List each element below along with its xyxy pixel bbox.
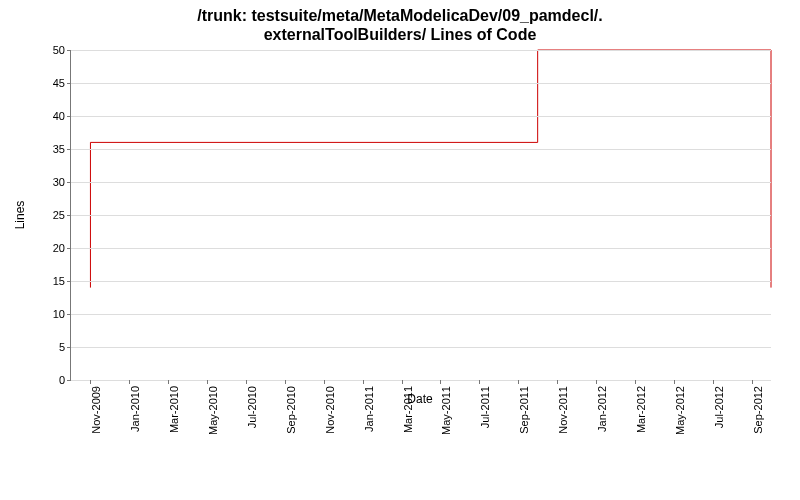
x-tick-mark <box>363 380 364 384</box>
gridline <box>71 248 771 249</box>
y-tick-mark <box>67 182 71 183</box>
x-tick-label: May-2011 <box>440 386 452 435</box>
x-tick-label: Nov-2010 <box>324 386 336 434</box>
gridline <box>71 149 771 150</box>
x-tick-mark <box>752 380 753 384</box>
gridline <box>71 314 771 315</box>
title-line-2: externalToolBuilders/ Lines of Code <box>264 26 537 43</box>
gridline <box>71 347 771 348</box>
x-tick-label: May-2012 <box>674 386 686 435</box>
gridline <box>71 83 771 84</box>
chart-title: /trunk: testsuite/meta/MetaModelicaDev/0… <box>0 6 800 44</box>
x-tick-label: Jul-2010 <box>246 386 258 428</box>
x-tick-label: Mar-2011 <box>402 386 414 433</box>
x-tick-label: Jul-2012 <box>713 386 725 428</box>
y-tick-label: 20 <box>53 242 65 254</box>
x-tick-mark <box>168 380 169 384</box>
y-tick-label: 50 <box>53 44 65 56</box>
plot-area: 05101520253035404550Nov-2009Jan-2010Mar-… <box>70 50 771 381</box>
x-tick-mark <box>674 380 675 384</box>
x-tick-label: Nov-2011 <box>557 386 569 434</box>
gridline <box>71 380 771 381</box>
y-tick-mark <box>67 380 71 381</box>
y-tick-mark <box>67 248 71 249</box>
y-tick-label: 35 <box>53 143 65 155</box>
gridline <box>71 182 771 183</box>
y-tick-label: 0 <box>59 374 65 386</box>
x-tick-mark <box>596 380 597 384</box>
x-tick-mark <box>246 380 247 384</box>
y-tick-mark <box>67 149 71 150</box>
x-tick-mark <box>402 380 403 384</box>
x-tick-mark <box>90 380 91 384</box>
x-tick-mark <box>479 380 480 384</box>
y-tick-label: 45 <box>53 77 65 89</box>
x-tick-label: Sep-2012 <box>752 386 764 434</box>
y-tick-mark <box>67 50 71 51</box>
x-tick-mark <box>635 380 636 384</box>
x-tick-mark <box>285 380 286 384</box>
y-tick-label: 15 <box>53 275 65 287</box>
x-tick-label: Jan-2011 <box>363 386 375 432</box>
y-tick-label: 40 <box>53 110 65 122</box>
x-tick-label: Sep-2011 <box>518 386 530 434</box>
y-tick-mark <box>67 83 71 84</box>
x-tick-mark <box>557 380 558 384</box>
x-tick-label: Jan-2010 <box>129 386 141 432</box>
gridline <box>71 215 771 216</box>
x-tick-mark <box>207 380 208 384</box>
y-tick-mark <box>67 314 71 315</box>
y-tick-label: 10 <box>53 308 65 320</box>
y-axis-label: Lines <box>13 201 27 230</box>
x-tick-label: Sep-2010 <box>285 386 297 434</box>
y-tick-mark <box>67 116 71 117</box>
x-tick-mark <box>324 380 325 384</box>
chart-container: /trunk: testsuite/meta/MetaModelicaDev/0… <box>0 0 800 500</box>
x-tick-mark <box>440 380 441 384</box>
y-tick-label: 25 <box>53 209 65 221</box>
x-tick-label: May-2010 <box>207 386 219 435</box>
x-tick-mark <box>129 380 130 384</box>
x-tick-mark <box>713 380 714 384</box>
x-tick-label: Mar-2010 <box>168 386 180 433</box>
gridline <box>71 50 771 51</box>
x-tick-label: Jan-2012 <box>596 386 608 432</box>
data-line <box>90 50 771 288</box>
title-line-1: /trunk: testsuite/meta/MetaModelicaDev/0… <box>197 7 602 24</box>
y-tick-mark <box>67 347 71 348</box>
y-tick-label: 5 <box>59 341 65 353</box>
gridline <box>71 281 771 282</box>
x-tick-label: Nov-2009 <box>90 386 102 434</box>
x-tick-label: Mar-2012 <box>635 386 647 433</box>
x-tick-label: Jul-2011 <box>479 386 491 428</box>
y-tick-mark <box>67 281 71 282</box>
y-tick-label: 30 <box>53 176 65 188</box>
y-tick-mark <box>67 215 71 216</box>
gridline <box>71 116 771 117</box>
x-tick-mark <box>518 380 519 384</box>
